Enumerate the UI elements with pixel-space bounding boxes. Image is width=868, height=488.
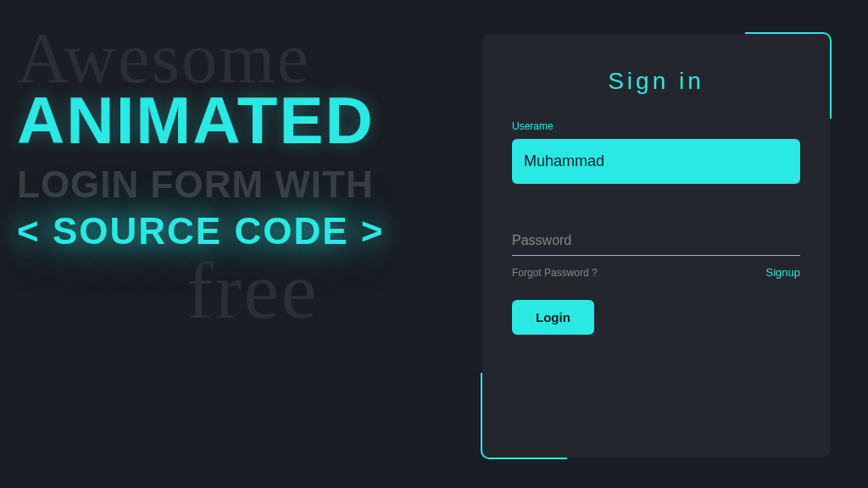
password-input[interactable] — [512, 226, 800, 256]
username-field-group: Userame — [512, 120, 800, 226]
signin-card: Sign in Userame Forgot Password ? Signup… — [482, 34, 830, 458]
animated-headline-text: ANIMATED — [17, 82, 441, 159]
login-form-subtitle-text: LOGIN FORM WITH — [17, 164, 441, 206]
forgot-password-link[interactable]: Forgot Password ? — [512, 267, 598, 279]
username-input[interactable] — [512, 139, 800, 184]
username-label: Userame — [512, 120, 800, 132]
promo-text-section: Awesome ANIMATED LOGIN FORM WITH < SOURC… — [17, 17, 441, 471]
awesome-decorative-text: Awesome — [17, 25, 441, 91]
login-button[interactable]: Login — [512, 300, 594, 335]
signin-title: Sign in — [512, 68, 800, 95]
signup-link[interactable]: Signup — [766, 266, 800, 279]
password-field-group — [512, 226, 800, 256]
free-decorative-text: free — [186, 244, 441, 337]
helper-links-row: Forgot Password ? Signup — [512, 266, 800, 279]
